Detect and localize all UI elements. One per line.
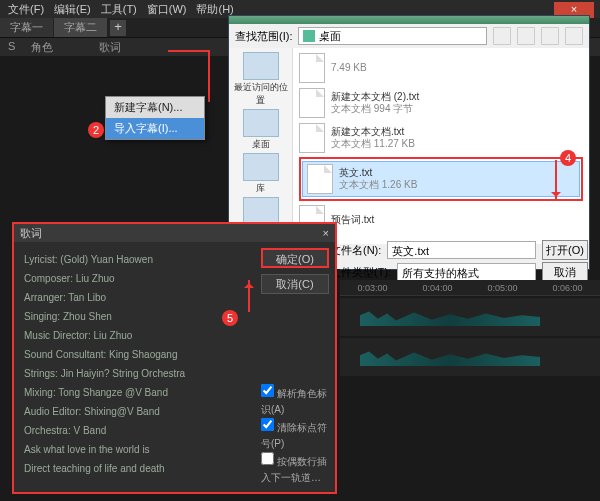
ctx-new-subtitle[interactable]: 新建字幕(N)... <box>106 97 204 118</box>
badge-2: 2 <box>88 122 104 138</box>
lyric-line: Sound Consultant: King Shaogang <box>24 345 245 364</box>
lookin-label: 查找范围(I): <box>235 29 292 44</box>
lyric-line: Orchestra: V Band <box>24 421 245 440</box>
chk-clear-punct[interactable]: 清除标点符号(P) <box>261 418 329 452</box>
lyric-line: Mixing: Tong Shangze @V Band <box>24 383 245 402</box>
filename-label: 文件名(N): <box>330 243 381 258</box>
place-libs[interactable]: 库 <box>233 153 289 195</box>
place-recent[interactable]: 最近访问的位置 <box>233 52 289 107</box>
waveform-track[interactable] <box>340 338 600 376</box>
time-marker: 0:04:00 <box>422 283 452 293</box>
lookin-value: 桌面 <box>319 29 341 44</box>
lyric-title: 歌词 <box>20 226 42 241</box>
file-icon <box>299 123 325 153</box>
timeline[interactable]: 0:03:00 0:04:00 0:05:00 0:06:00 <box>340 280 600 501</box>
lyric-line: Direct teaching of life and death <box>24 459 245 478</box>
waveform-track[interactable] <box>340 298 600 336</box>
lyric-list[interactable]: Lyricist: (Gold) Yuan Haowen Composer: L… <box>14 242 255 492</box>
filetype-label: 文件类型(T): <box>330 265 391 280</box>
tab-subtitle1[interactable]: 字幕一 <box>0 18 53 37</box>
lyric-line: Ask what love in the world is <box>24 440 245 459</box>
context-menu: 新建字幕(N)... 导入字幕(I)... <box>105 96 205 140</box>
cancel-button[interactable]: 取消 <box>542 262 588 282</box>
file-item[interactable]: 新建文本文档 (2).txt文本文档 994 字节 <box>295 86 587 120</box>
file-item-selected[interactable]: 英文.txt文本文档 1.26 KB <box>302 161 580 197</box>
file-item[interactable]: 预告词.txt <box>295 203 587 237</box>
file-icon <box>307 164 333 194</box>
badge-4: 4 <box>560 150 576 166</box>
filetype-combo[interactable]: 所有支持的格式 <box>397 263 536 281</box>
open-button[interactable]: 打开(O) <box>542 240 588 260</box>
place-desktop[interactable]: 桌面 <box>233 109 289 151</box>
time-marker: 0:05:00 <box>487 283 517 293</box>
newfolder-button[interactable] <box>541 27 559 45</box>
file-icon <box>299 53 325 83</box>
close-icon[interactable]: × <box>323 227 329 239</box>
lyric-line: Composer: Liu Zhuo <box>24 269 245 288</box>
file-item[interactable]: 7.49 KB <box>295 51 587 85</box>
time-marker: 0:06:00 <box>552 283 582 293</box>
menu-file[interactable]: 文件(F) <box>4 2 48 17</box>
menu-edit[interactable]: 编辑(E) <box>50 2 95 17</box>
col-s: S <box>0 38 23 56</box>
lyric-line: Arranger: Tan Libo <box>24 288 245 307</box>
col-lyric: 歌词 <box>91 38 129 56</box>
filename-input[interactable]: 英文.txt <box>387 241 536 259</box>
cancel-button[interactable]: 取消(C) <box>261 274 329 294</box>
col-role: 角色 <box>23 38 61 56</box>
back-button[interactable] <box>493 27 511 45</box>
badge-5: 5 <box>222 310 238 326</box>
menu-tools[interactable]: 工具(T) <box>97 2 141 17</box>
add-tab-button[interactable]: + <box>110 20 126 36</box>
places-bar: 最近访问的位置 桌面 库 计算机 <box>229 48 293 244</box>
chk-parse-role[interactable]: 解析角色标识(A) <box>261 384 329 418</box>
lyric-line: Lyricist: (Gold) Yuan Haowen <box>24 250 245 269</box>
up-button[interactable] <box>517 27 535 45</box>
lookin-combo[interactable]: 桌面 <box>298 27 487 45</box>
ctx-import-subtitle[interactable]: 导入字幕(I)... <box>106 118 204 139</box>
arrow-icon <box>555 160 557 200</box>
file-icon <box>299 88 325 118</box>
file-list[interactable]: 7.49 KB 新建文本文档 (2).txt文本文档 994 字节 新建文本文档… <box>293 48 589 244</box>
ok-button[interactable]: 确定(O) <box>261 248 329 268</box>
chk-even-insert[interactable]: 按偶数行插入下一轨道… <box>261 452 329 486</box>
lyric-line: Audio Editor: Shixing@V Band <box>24 402 245 421</box>
lyric-dialog: 歌词× Lyricist: (Gold) Yuan Haowen Compose… <box>12 222 337 494</box>
desktop-icon <box>303 30 315 42</box>
views-button[interactable] <box>565 27 583 45</box>
lyric-line: Singing: Zhou Shen <box>24 307 245 326</box>
arrow-icon <box>248 280 250 312</box>
time-marker: 0:03:00 <box>357 283 387 293</box>
file-item[interactable]: 新建文本文档.txt文本文档 11.27 KB <box>295 121 587 155</box>
lyric-line: Music Director: Liu Zhuo <box>24 326 245 345</box>
menu-window[interactable]: 窗口(W) <box>143 2 191 17</box>
lyric-line: Strings: Jin Haiyin? String Orchestra <box>24 364 245 383</box>
tab-subtitle2[interactable]: 字幕二 <box>54 18 107 37</box>
